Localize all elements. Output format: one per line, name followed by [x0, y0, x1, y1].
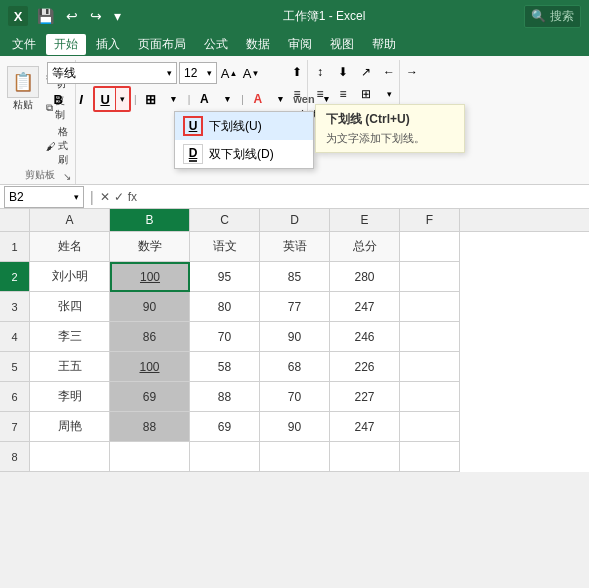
cell-c6[interactable]: 88: [190, 382, 260, 412]
font-size-selector[interactable]: 12 ▾: [179, 62, 217, 84]
cell-f2[interactable]: [400, 262, 460, 292]
col-header-e[interactable]: E: [330, 209, 400, 231]
name-box[interactable]: B2 ▾: [4, 186, 84, 208]
cell-e8[interactable]: [330, 442, 400, 472]
menu-file[interactable]: 文件: [4, 34, 44, 55]
row-num-4[interactable]: 4: [0, 322, 30, 352]
undo-icon[interactable]: ↩: [63, 6, 81, 26]
merge-button[interactable]: ⊞: [355, 84, 377, 104]
font-color-button[interactable]: A: [247, 88, 269, 110]
right-align-button[interactable]: ≡: [332, 84, 354, 104]
cell-a7[interactable]: 周艳: [30, 412, 110, 442]
center-align-button[interactable]: ≡: [309, 84, 331, 104]
col-header-b[interactable]: B: [110, 209, 190, 231]
middle-align-button[interactable]: ↕: [309, 62, 331, 82]
cell-a5[interactable]: 王五: [30, 352, 110, 382]
cell-e1[interactable]: 总分: [330, 232, 400, 262]
indent-decrease-button[interactable]: ←: [378, 62, 400, 82]
cell-f3[interactable]: [400, 292, 460, 322]
col-header-a[interactable]: A: [30, 209, 110, 231]
cell-a1[interactable]: 姓名: [30, 232, 110, 262]
menu-data[interactable]: 数据: [238, 34, 278, 55]
save-icon[interactable]: 💾: [34, 6, 57, 26]
cell-c2[interactable]: 95: [190, 262, 260, 292]
cell-b6[interactable]: 69: [110, 382, 190, 412]
cell-c1[interactable]: 语文: [190, 232, 260, 262]
cell-a2[interactable]: 刘小明: [30, 262, 110, 292]
cell-d5[interactable]: 68: [260, 352, 330, 382]
cell-b5[interactable]: 100: [110, 352, 190, 382]
insert-function-icon[interactable]: fx: [128, 190, 137, 204]
cell-e7[interactable]: 247: [330, 412, 400, 442]
menu-view[interactable]: 视图: [322, 34, 362, 55]
cell-b1[interactable]: 数学: [110, 232, 190, 262]
indent-increase-button[interactable]: →: [401, 62, 423, 82]
cell-f8[interactable]: [400, 442, 460, 472]
cell-a3[interactable]: 张四: [30, 292, 110, 322]
font-name-selector[interactable]: 等线 ▾: [47, 62, 177, 84]
cell-a4[interactable]: 李三: [30, 322, 110, 352]
cell-e3[interactable]: 247: [330, 292, 400, 322]
cell-d7[interactable]: 90: [260, 412, 330, 442]
row-num-6[interactable]: 6: [0, 382, 30, 412]
row-num-2[interactable]: 2: [0, 262, 30, 292]
cancel-formula-icon[interactable]: ✕: [100, 190, 110, 204]
cell-d3[interactable]: 77: [260, 292, 330, 322]
confirm-formula-icon[interactable]: ✓: [114, 190, 124, 204]
formula-input[interactable]: [141, 186, 589, 208]
row-num-5[interactable]: 5: [0, 352, 30, 382]
cell-f5[interactable]: [400, 352, 460, 382]
cell-c5[interactable]: 58: [190, 352, 260, 382]
cell-d4[interactable]: 90: [260, 322, 330, 352]
bold-button[interactable]: B: [47, 88, 69, 110]
menu-formula[interactable]: 公式: [196, 34, 236, 55]
fill-color-arrow[interactable]: ▾: [216, 88, 238, 110]
menu-insert[interactable]: 插入: [88, 34, 128, 55]
text-direction-button[interactable]: ↗: [355, 62, 377, 82]
customize-icon[interactable]: ▾: [111, 6, 124, 26]
menu-home[interactable]: 开始: [46, 34, 86, 55]
bottom-align-button[interactable]: ⬇: [332, 62, 354, 82]
underline-button[interactable]: U ▾: [93, 86, 131, 112]
cell-d6[interactable]: 70: [260, 382, 330, 412]
menu-help[interactable]: 帮助: [364, 34, 404, 55]
underline-dropdown-arrow[interactable]: ▾: [115, 88, 129, 110]
merge-arrow[interactable]: ▾: [378, 84, 400, 104]
row-num-3[interactable]: 3: [0, 292, 30, 322]
cell-e2[interactable]: 280: [330, 262, 400, 292]
cell-f6[interactable]: [400, 382, 460, 412]
col-header-f[interactable]: F: [400, 209, 460, 231]
underline-single-option[interactable]: U 下划线(U): [175, 112, 313, 140]
cell-b8[interactable]: [110, 442, 190, 472]
cell-f4[interactable]: [400, 322, 460, 352]
row-num-7[interactable]: 7: [0, 412, 30, 442]
cell-c7[interactable]: 69: [190, 412, 260, 442]
top-align-button[interactable]: ⬆: [286, 62, 308, 82]
border-button[interactable]: ⊞: [140, 88, 162, 110]
cell-b2[interactable]: 100: [110, 262, 190, 292]
fill-color-button[interactable]: A: [193, 88, 215, 110]
cell-e6[interactable]: 227: [330, 382, 400, 412]
col-header-d[interactable]: D: [260, 209, 330, 231]
cell-c8[interactable]: [190, 442, 260, 472]
border-arrow[interactable]: ▾: [163, 88, 185, 110]
cell-d2[interactable]: 85: [260, 262, 330, 292]
col-header-c[interactable]: C: [190, 209, 260, 231]
row-num-1[interactable]: 1: [0, 232, 30, 262]
cell-b7[interactable]: 88: [110, 412, 190, 442]
cell-d8[interactable]: [260, 442, 330, 472]
paste-button[interactable]: 📋 粘贴: [5, 62, 41, 168]
decrease-font-button[interactable]: A▼: [241, 62, 261, 84]
underline-double-option[interactable]: D 双下划线(D): [175, 140, 313, 168]
search-box[interactable]: 🔍 搜索: [524, 5, 581, 28]
cell-f1[interactable]: [400, 232, 460, 262]
cell-c4[interactable]: 70: [190, 322, 260, 352]
cell-f7[interactable]: [400, 412, 460, 442]
left-align-button[interactable]: ≡: [286, 84, 308, 104]
menu-page-layout[interactable]: 页面布局: [130, 34, 194, 55]
cell-a6[interactable]: 李明: [30, 382, 110, 412]
format-painter-button[interactable]: 🖌 格式刷: [43, 124, 75, 168]
increase-font-button[interactable]: A▲: [219, 62, 239, 84]
row-num-8[interactable]: 8: [0, 442, 30, 472]
cell-e4[interactable]: 246: [330, 322, 400, 352]
